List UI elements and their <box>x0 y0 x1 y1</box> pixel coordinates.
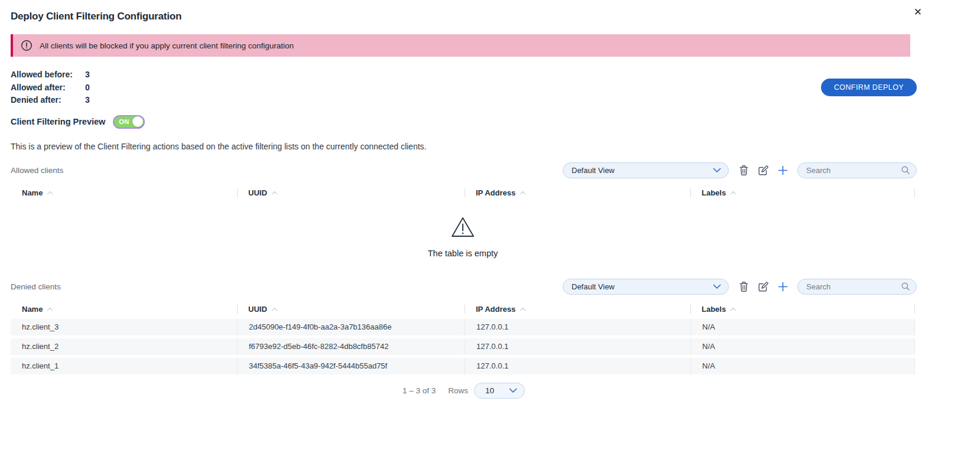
column-header-labels[interactable]: Labels <box>690 186 915 200</box>
denied-clients-table: Name UUID IP Address Labels hz.client_3 … <box>11 299 915 377</box>
preview-description: This is a preview of the Client Filterin… <box>11 142 916 151</box>
sort-asc-icon <box>731 307 736 313</box>
search-field <box>797 279 917 295</box>
stat-denied-after: Denied after: 3 <box>11 94 90 107</box>
allowed-clients-table: Name UUID IP Address Labels <box>11 183 915 203</box>
allowed-clients-title: Allowed clients <box>11 166 63 175</box>
deploy-stats: Allowed before: 3 Allowed after: 0 Denie… <box>11 69 90 107</box>
column-header-uuid[interactable]: UUID <box>237 302 465 316</box>
search-icon <box>901 165 910 175</box>
cell-labels: N/A <box>690 358 915 374</box>
table-row: hz.client_2 f6793e92-d5eb-46fc-8282-4db8… <box>11 338 915 355</box>
warning-banner-text: All clients will be blocked if you apply… <box>40 41 294 50</box>
edit-view-button[interactable] <box>758 281 769 292</box>
confirm-deploy-button[interactable]: CONFIRM DEPLOY <box>821 79 917 96</box>
sort-asc-icon <box>520 191 526 197</box>
chevron-down-icon <box>713 284 721 289</box>
empty-table-state: The table is empty <box>11 203 915 265</box>
stat-allowed-before: Allowed before: 3 <box>11 69 90 81</box>
deploy-client-filtering-dialog: Deploy Client Filtering Configuration ✕ … <box>0 0 926 405</box>
view-select-value: Default View <box>572 166 615 175</box>
sort-asc-icon <box>731 191 736 197</box>
stat-allowed-after: Allowed after: 0 <box>11 81 90 94</box>
rows-per-page-select[interactable]: 10 <box>474 383 525 399</box>
table-header-row: Name UUID IP Address Labels <box>11 186 915 200</box>
add-view-button[interactable] <box>777 165 788 176</box>
search-field <box>797 162 917 178</box>
warning-triangle-icon <box>450 216 475 239</box>
stat-value: 0 <box>85 81 90 94</box>
trash-icon <box>739 165 749 176</box>
cell-name: hz.client_3 <box>11 319 237 335</box>
search-icon <box>901 282 910 291</box>
client-filtering-preview-label: Client Filtering Preview <box>11 117 105 126</box>
sort-asc-icon <box>520 307 526 313</box>
sort-asc-icon <box>271 307 277 313</box>
trash-icon <box>739 281 749 292</box>
stat-value: 3 <box>85 69 90 81</box>
empty-table-text: The table is empty <box>11 249 915 258</box>
view-select[interactable]: Default View <box>563 279 729 295</box>
page-title: Deploy Client Filtering Configuration <box>11 11 916 22</box>
table-row: hz.client_1 34f5385a-46f5-43a9-942f-5444… <box>11 358 915 374</box>
toggle-state-label: ON <box>119 118 129 125</box>
column-header-name[interactable]: Name <box>11 302 237 316</box>
stat-label: Allowed before: <box>11 69 85 81</box>
column-header-ip[interactable]: IP Address <box>465 186 690 200</box>
toggle-knob <box>132 116 143 127</box>
sort-asc-icon <box>47 191 53 197</box>
pagination-bar: 1 – 3 of 3 Rows 10 <box>11 383 917 405</box>
cell-ip: 127.0.0.1 <box>465 358 690 374</box>
edit-icon <box>758 165 769 176</box>
stat-value: 3 <box>85 94 90 107</box>
column-header-name[interactable]: Name <box>11 186 237 200</box>
add-view-button[interactable] <box>777 281 788 292</box>
allowed-clients-header: Allowed clients Default View <box>11 162 917 178</box>
delete-view-button[interactable] <box>739 281 749 292</box>
column-header-uuid[interactable]: UUID <box>237 186 465 200</box>
cell-uuid: f6793e92-d5eb-46fc-8282-4db8cfb85742 <box>237 338 465 355</box>
stat-label: Allowed after: <box>11 81 85 94</box>
table-header-row: Name UUID IP Address Labels <box>11 302 915 316</box>
rows-per-page-label: Rows <box>448 386 468 395</box>
column-header-ip[interactable]: IP Address <box>465 302 690 316</box>
view-select[interactable]: Default View <box>563 162 729 178</box>
denied-clients-title: Denied clients <box>11 282 61 291</box>
cell-name: hz.client_1 <box>11 358 237 374</box>
cell-ip: 127.0.0.1 <box>465 319 690 335</box>
rows-per-page-value: 10 <box>485 386 494 395</box>
edit-view-button[interactable] <box>758 165 769 176</box>
search-input[interactable] <box>806 282 901 291</box>
delete-view-button[interactable] <box>739 165 749 176</box>
denied-clients-header: Denied clients Default View <box>11 279 917 295</box>
warning-banner: All clients will be blocked if you apply… <box>11 34 910 57</box>
add-icon <box>777 281 788 292</box>
alert-circle-icon <box>21 40 33 51</box>
pagination-range: 1 – 3 of 3 <box>403 386 436 395</box>
cell-uuid: 2d45090e-f149-4f0b-aa2a-3a7b136aa86e <box>237 319 465 335</box>
view-select-value: Default View <box>572 282 615 291</box>
add-icon <box>777 165 788 176</box>
stat-label: Denied after: <box>11 94 85 107</box>
sort-asc-icon <box>271 191 277 197</box>
search-input[interactable] <box>806 166 901 175</box>
cell-name: hz.client_2 <box>11 338 237 355</box>
cell-labels: N/A <box>690 319 915 335</box>
cell-labels: N/A <box>690 338 915 355</box>
table-row: hz.client_3 2d45090e-f149-4f0b-aa2a-3a7b… <box>11 319 915 335</box>
cell-ip: 127.0.0.1 <box>465 338 690 355</box>
chevron-down-icon <box>713 168 721 173</box>
close-icon[interactable]: ✕ <box>911 5 924 19</box>
cell-uuid: 34f5385a-46f5-43a9-942f-5444b55ad75f <box>237 358 465 374</box>
chevron-down-icon <box>509 388 517 393</box>
column-header-labels[interactable]: Labels <box>690 302 915 316</box>
sort-asc-icon <box>47 307 53 313</box>
edit-icon <box>758 281 769 292</box>
client-filtering-preview-toggle[interactable]: ON <box>113 115 145 129</box>
